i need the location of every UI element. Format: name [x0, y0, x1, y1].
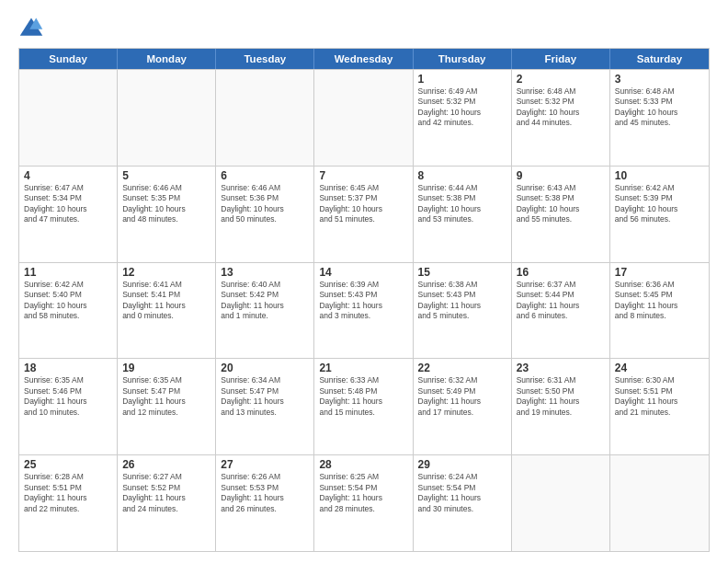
- calendar-cell: [512, 455, 610, 551]
- header-day-sunday: Sunday: [19, 49, 118, 69]
- day-number: 12: [122, 266, 210, 279]
- header-day-monday: Monday: [118, 49, 216, 69]
- day-info: Sunrise: 6:26 AM Sunset: 5:53 PM Dayligh…: [221, 472, 309, 514]
- calendar-cell: 10Sunrise: 6:42 AM Sunset: 5:39 PM Dayli…: [610, 167, 709, 262]
- calendar-cell: 9Sunrise: 6:43 AM Sunset: 5:38 PM Daylig…: [512, 167, 610, 262]
- day-info: Sunrise: 6:44 AM Sunset: 5:38 PM Dayligh…: [418, 183, 506, 225]
- day-number: 14: [319, 266, 407, 279]
- day-info: Sunrise: 6:48 AM Sunset: 5:32 PM Dayligh…: [517, 86, 605, 129]
- day-info: Sunrise: 6:35 AM Sunset: 5:47 PM Dayligh…: [122, 375, 210, 418]
- day-number: 13: [221, 266, 309, 279]
- calendar-week-2: 4Sunrise: 6:47 AM Sunset: 5:34 PM Daylig…: [19, 166, 709, 262]
- calendar-cell: 13Sunrise: 6:40 AM Sunset: 5:42 PM Dayli…: [216, 263, 314, 359]
- calendar-cell: 6Sunrise: 6:46 AM Sunset: 5:36 PM Daylig…: [216, 167, 314, 262]
- day-number: 11: [24, 266, 112, 279]
- day-number: 4: [24, 169, 112, 182]
- day-number: 7: [319, 169, 407, 182]
- day-number: 10: [615, 169, 704, 182]
- day-info: Sunrise: 6:49 AM Sunset: 5:32 PM Dayligh…: [418, 86, 506, 129]
- day-info: Sunrise: 6:34 AM Sunset: 5:47 PM Dayligh…: [221, 375, 309, 418]
- calendar-cell: 7Sunrise: 6:45 AM Sunset: 5:37 PM Daylig…: [314, 167, 413, 262]
- calendar-cell: 12Sunrise: 6:41 AM Sunset: 5:41 PM Dayli…: [118, 263, 216, 359]
- calendar: SundayMondayTuesdayWednesdayThursdayFrid…: [18, 48, 710, 552]
- day-info: Sunrise: 6:45 AM Sunset: 5:37 PM Dayligh…: [319, 183, 407, 225]
- calendar-cell: 17Sunrise: 6:36 AM Sunset: 5:45 PM Dayli…: [610, 263, 709, 359]
- calendar-cell: 1Sunrise: 6:49 AM Sunset: 5:32 PM Daylig…: [414, 70, 512, 166]
- header-day-saturday: Saturday: [610, 49, 709, 69]
- calendar-cell: [314, 70, 413, 166]
- calendar-header-row: SundayMondayTuesdayWednesdayThursdayFrid…: [19, 49, 709, 69]
- calendar-cell: 23Sunrise: 6:31 AM Sunset: 5:50 PM Dayli…: [512, 359, 610, 454]
- day-info: Sunrise: 6:39 AM Sunset: 5:43 PM Dayligh…: [319, 280, 407, 322]
- calendar-cell: 4Sunrise: 6:47 AM Sunset: 5:34 PM Daylig…: [19, 167, 118, 262]
- calendar-cell: 24Sunrise: 6:30 AM Sunset: 5:51 PM Dayli…: [610, 359, 709, 454]
- calendar-cell: 2Sunrise: 6:48 AM Sunset: 5:32 PM Daylig…: [512, 70, 610, 166]
- day-info: Sunrise: 6:36 AM Sunset: 5:45 PM Dayligh…: [615, 280, 704, 322]
- day-number: 27: [221, 458, 309, 471]
- calendar-cell: 28Sunrise: 6:25 AM Sunset: 5:54 PM Dayli…: [314, 455, 413, 551]
- calendar-cell: 29Sunrise: 6:24 AM Sunset: 5:54 PM Dayli…: [414, 455, 512, 551]
- day-number: 26: [122, 458, 210, 471]
- day-info: Sunrise: 6:41 AM Sunset: 5:41 PM Dayligh…: [122, 280, 210, 322]
- header-day-wednesday: Wednesday: [314, 49, 413, 69]
- day-number: 19: [122, 362, 210, 374]
- day-info: Sunrise: 6:27 AM Sunset: 5:52 PM Dayligh…: [122, 472, 210, 514]
- day-number: 1: [418, 73, 506, 86]
- day-number: 16: [517, 266, 605, 279]
- day-number: 2: [517, 73, 605, 86]
- day-info: Sunrise: 6:47 AM Sunset: 5:34 PM Dayligh…: [24, 183, 112, 225]
- calendar-cell: [610, 455, 709, 551]
- calendar-cell: [118, 70, 216, 166]
- day-info: Sunrise: 6:48 AM Sunset: 5:33 PM Dayligh…: [615, 86, 704, 129]
- header-day-friday: Friday: [512, 49, 610, 69]
- day-number: 24: [615, 362, 704, 374]
- calendar-week-3: 11Sunrise: 6:42 AM Sunset: 5:40 PM Dayli…: [19, 262, 709, 359]
- page: SundayMondayTuesdayWednesdayThursdayFrid…: [0, 0, 728, 563]
- calendar-week-4: 18Sunrise: 6:35 AM Sunset: 5:46 PM Dayli…: [19, 358, 709, 454]
- calendar-cell: 3Sunrise: 6:48 AM Sunset: 5:33 PM Daylig…: [610, 70, 709, 166]
- calendar-cell: [216, 70, 314, 166]
- header: [18, 15, 710, 40]
- day-number: 8: [418, 169, 506, 182]
- calendar-week-5: 25Sunrise: 6:28 AM Sunset: 5:51 PM Dayli…: [19, 454, 709, 551]
- day-info: Sunrise: 6:43 AM Sunset: 5:38 PM Dayligh…: [517, 183, 605, 225]
- day-info: Sunrise: 6:28 AM Sunset: 5:51 PM Dayligh…: [24, 472, 112, 514]
- calendar-week-1: 1Sunrise: 6:49 AM Sunset: 5:32 PM Daylig…: [19, 69, 709, 166]
- day-number: 23: [517, 362, 605, 374]
- calendar-cell: 27Sunrise: 6:26 AM Sunset: 5:53 PM Dayli…: [216, 455, 314, 551]
- calendar-cell: 8Sunrise: 6:44 AM Sunset: 5:38 PM Daylig…: [414, 167, 512, 262]
- calendar-cell: 11Sunrise: 6:42 AM Sunset: 5:40 PM Dayli…: [19, 263, 118, 359]
- calendar-cell: 22Sunrise: 6:32 AM Sunset: 5:49 PM Dayli…: [414, 359, 512, 454]
- day-info: Sunrise: 6:33 AM Sunset: 5:48 PM Dayligh…: [319, 375, 407, 418]
- calendar-cell: 18Sunrise: 6:35 AM Sunset: 5:46 PM Dayli…: [19, 359, 118, 454]
- day-number: 29: [418, 458, 506, 471]
- day-number: 9: [517, 169, 605, 182]
- day-info: Sunrise: 6:31 AM Sunset: 5:50 PM Dayligh…: [517, 375, 605, 418]
- day-number: 18: [24, 362, 112, 374]
- day-number: 5: [122, 169, 210, 182]
- calendar-cell: 15Sunrise: 6:38 AM Sunset: 5:43 PM Dayli…: [414, 263, 512, 359]
- day-info: Sunrise: 6:46 AM Sunset: 5:36 PM Dayligh…: [221, 183, 309, 225]
- day-info: Sunrise: 6:30 AM Sunset: 5:51 PM Dayligh…: [615, 375, 704, 418]
- day-number: 22: [418, 362, 506, 374]
- day-info: Sunrise: 6:42 AM Sunset: 5:40 PM Dayligh…: [24, 280, 112, 322]
- day-info: Sunrise: 6:46 AM Sunset: 5:35 PM Dayligh…: [122, 183, 210, 225]
- day-info: Sunrise: 6:42 AM Sunset: 5:39 PM Dayligh…: [615, 183, 704, 225]
- calendar-cell: 5Sunrise: 6:46 AM Sunset: 5:35 PM Daylig…: [118, 167, 216, 262]
- day-number: 17: [615, 266, 704, 279]
- calendar-cell: 16Sunrise: 6:37 AM Sunset: 5:44 PM Dayli…: [512, 263, 610, 359]
- day-info: Sunrise: 6:38 AM Sunset: 5:43 PM Dayligh…: [418, 280, 506, 322]
- day-number: 6: [221, 169, 309, 182]
- day-info: Sunrise: 6:35 AM Sunset: 5:46 PM Dayligh…: [24, 375, 112, 418]
- calendar-cell: 19Sunrise: 6:35 AM Sunset: 5:47 PM Dayli…: [118, 359, 216, 454]
- calendar-cell: 25Sunrise: 6:28 AM Sunset: 5:51 PM Dayli…: [19, 455, 118, 551]
- header-day-thursday: Thursday: [414, 49, 512, 69]
- day-info: Sunrise: 6:25 AM Sunset: 5:54 PM Dayligh…: [319, 472, 407, 514]
- logo: [18, 15, 50, 40]
- day-number: 3: [615, 73, 704, 86]
- calendar-cell: 26Sunrise: 6:27 AM Sunset: 5:52 PM Dayli…: [118, 455, 216, 551]
- day-number: 15: [418, 266, 506, 279]
- calendar-body: 1Sunrise: 6:49 AM Sunset: 5:32 PM Daylig…: [19, 69, 709, 551]
- calendar-cell: 20Sunrise: 6:34 AM Sunset: 5:47 PM Dayli…: [216, 359, 314, 454]
- calendar-cell: 14Sunrise: 6:39 AM Sunset: 5:43 PM Dayli…: [314, 263, 413, 359]
